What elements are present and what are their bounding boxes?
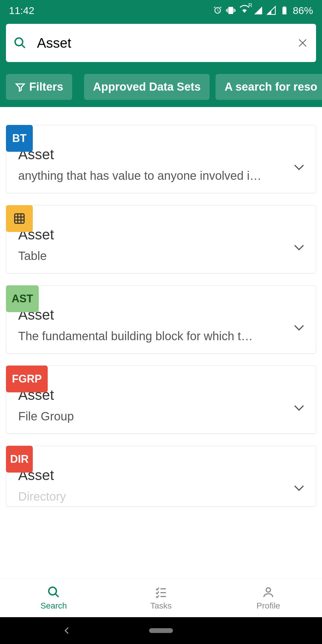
chevron-down-icon[interactable] <box>292 321 306 334</box>
alarm-icon <box>213 6 222 15</box>
filters-label: Filters <box>29 80 63 93</box>
clear-icon[interactable] <box>297 37 309 49</box>
profile-icon <box>262 586 275 599</box>
nav-search[interactable]: Search <box>0 579 107 617</box>
results-list[interactable]: BT Asset anything that has value to anyo… <box>0 107 322 507</box>
status-time: 11:42 <box>9 5 34 16</box>
search-icon <box>47 586 60 599</box>
chevron-down-icon[interactable] <box>292 482 306 495</box>
result-item[interactable]: BT Asset anything that has value to anyo… <box>6 125 316 193</box>
back-icon[interactable] <box>63 626 72 635</box>
search-box[interactable] <box>6 24 316 62</box>
result-badge-table <box>6 205 33 232</box>
svg-point-0 <box>15 38 23 46</box>
result-title: Asset <box>18 226 304 243</box>
filters-button[interactable]: Filters <box>6 74 72 100</box>
svg-rect-4 <box>15 214 24 223</box>
chevron-down-icon[interactable] <box>292 241 306 254</box>
result-card[interactable]: Asset anything that has value to anyone … <box>6 125 316 193</box>
wifi-badge: R <box>248 2 252 9</box>
filter-row: Filters Approved Data Sets A search for … <box>0 68 322 100</box>
svg-point-14 <box>266 588 271 592</box>
result-card[interactable]: Asset The fundamental building block for… <box>6 285 316 354</box>
result-desc: Directory <box>18 490 304 503</box>
result-badge-bt: BT <box>6 125 33 152</box>
nav-label: Profile <box>256 601 280 611</box>
svg-point-9 <box>49 587 57 595</box>
result-item[interactable]: Asset Table <box>6 205 316 273</box>
result-item[interactable]: FGRP Asset File Group <box>6 366 316 434</box>
result-card[interactable]: Asset Table <box>6 205 316 273</box>
battery-icon <box>280 6 289 15</box>
filter-chip-approved[interactable]: Approved Data Sets <box>84 74 210 100</box>
nav-label: Search <box>41 601 67 611</box>
bottom-nav: Search Tasks Profile <box>0 578 322 617</box>
header-spacer <box>0 100 322 107</box>
system-nav <box>0 617 322 644</box>
result-desc: The fundamental building block for which… <box>18 329 304 343</box>
status-indicators: R 86% <box>213 4 313 17</box>
svg-line-1 <box>22 45 25 48</box>
result-title: Asset <box>18 387 304 403</box>
filter-icon <box>15 82 26 92</box>
nav-label: Tasks <box>150 601 172 611</box>
filter-chip-search-reso[interactable]: A search for reso <box>216 74 322 100</box>
result-item[interactable]: DIR Asset Directory <box>6 446 316 507</box>
svg-line-10 <box>55 594 59 597</box>
nav-tasks[interactable]: Tasks <box>107 579 215 617</box>
search-input[interactable] <box>37 35 297 51</box>
result-title: Asset <box>18 146 304 162</box>
chevron-down-icon[interactable] <box>292 401 306 414</box>
result-desc: File Group <box>18 410 304 423</box>
result-desc: Table <box>18 249 304 263</box>
result-badge-fgrp: FGRP <box>6 366 48 392</box>
vibrate-icon <box>226 6 236 15</box>
result-title: Asset <box>18 306 304 323</box>
wifi-icon: R <box>239 4 250 17</box>
signal-icon <box>253 6 263 15</box>
status-bar: 11:42 R 86% <box>0 0 322 21</box>
chevron-down-icon[interactable] <box>292 161 306 174</box>
result-card[interactable]: Asset Directory <box>6 446 316 507</box>
signal-icon-2 <box>267 6 276 15</box>
result-desc: anything that has value to anyone involv… <box>18 169 304 182</box>
nav-profile[interactable]: Profile <box>215 579 322 617</box>
result-badge-dir: DIR <box>6 446 33 473</box>
result-card[interactable]: Asset File Group <box>6 366 316 434</box>
header <box>0 21 322 68</box>
result-title: Asset <box>18 467 304 483</box>
result-badge-ast: AST <box>6 285 39 312</box>
table-icon <box>13 212 26 225</box>
search-icon <box>13 36 27 49</box>
home-pill[interactable] <box>149 628 173 633</box>
battery-percent: 86% <box>293 5 313 16</box>
tasks-icon <box>154 586 168 599</box>
result-item[interactable]: AST Asset The fundamental building block… <box>6 285 316 354</box>
